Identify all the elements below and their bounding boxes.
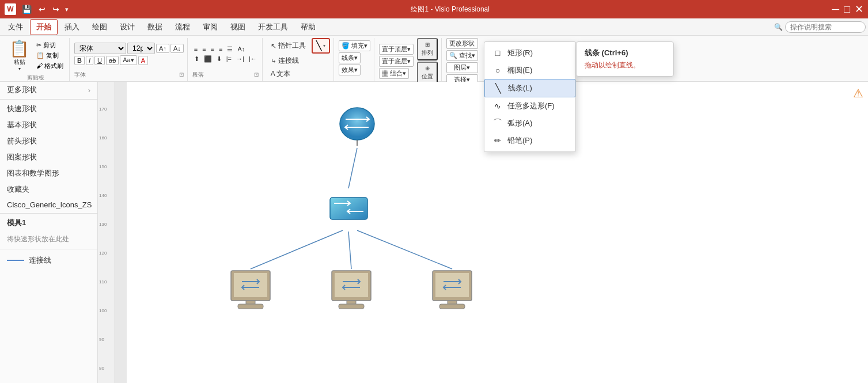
- cut-button[interactable]: ✂ 剪切: [34, 40, 66, 50]
- font-scale-button[interactable]: A↕: [236, 45, 247, 53]
- sidebar-item-quick-shapes[interactable]: 快速形状: [0, 101, 97, 117]
- redo-button[interactable]: ↪: [51, 5, 60, 14]
- align-middle-button[interactable]: ⬛: [202, 55, 214, 63]
- sidebar-item-cisco[interactable]: Cisco_Generic_Icons_ZS: [0, 198, 97, 212]
- shape-line-icon: ╲: [316, 40, 322, 51]
- svg-text:150: 150: [99, 164, 107, 169]
- font-expand-icon[interactable]: ⊡: [179, 71, 184, 78]
- qat-arrow[interactable]: ▾: [65, 6, 69, 13]
- shape-ellipse-item[interactable]: ○ 椭圆(E): [484, 62, 575, 79]
- layer-button[interactable]: 图层▾: [446, 62, 478, 73]
- effect-button[interactable]: 效果▾: [339, 65, 361, 75]
- menu-item-help[interactable]: 帮助: [295, 20, 321, 35]
- bold-button[interactable]: B: [74, 56, 85, 65]
- shape-freeform-item[interactable]: ∿ 任意多边形(F): [484, 97, 575, 115]
- menu-item-draw[interactable]: 绘图: [86, 20, 113, 35]
- sidebar-item-basic-shapes[interactable]: 基本形状: [0, 117, 97, 133]
- arrange-icon: ⊞: [425, 41, 430, 48]
- menu-item-insert[interactable]: 插入: [59, 20, 85, 35]
- align-v-button[interactable]: |=: [225, 55, 233, 63]
- sidebar-item-favorites[interactable]: 收藏夹: [0, 181, 97, 198]
- shape-pc2[interactable]: [325, 266, 377, 318]
- undo-button[interactable]: ↩: [37, 5, 47, 14]
- shape-rect-item[interactable]: □ 矩形(R): [484, 44, 575, 62]
- shape-pc3[interactable]: [426, 266, 478, 318]
- font-group: 宋体 12pt A↑ A↓ B I U ab Aa▾ A: [71, 38, 188, 81]
- connector-tool-button[interactable]: ⤷ 连接线: [267, 55, 302, 67]
- find-button[interactable]: 🔍 查找▾: [446, 50, 478, 61]
- font-color-button[interactable]: A: [138, 56, 148, 65]
- pc3-svg: [428, 268, 477, 317]
- menu-item-process[interactable]: 流程: [169, 20, 196, 35]
- menu-item-data[interactable]: 数据: [142, 20, 168, 35]
- font-grow-button[interactable]: A↑: [156, 44, 169, 53]
- position-button[interactable]: ⊕ 位置: [417, 62, 438, 84]
- menu-item-home[interactable]: 开始: [30, 19, 58, 35]
- align-left-button[interactable]: ≡: [192, 45, 199, 53]
- canvas-area[interactable]: 170 160 150 140 130 120 110 100 90 80 70…: [98, 82, 868, 383]
- sidebar-item-pattern-shapes[interactable]: 图案形状: [0, 149, 97, 165]
- tooltip-description: 拖动以绘制直线。: [585, 60, 665, 70]
- sidebar-item-chart-shapes[interactable]: 图表和数学图形: [0, 165, 97, 181]
- align-bottom-button[interactable]: ⬇: [215, 55, 223, 63]
- maximize-button[interactable]: □: [844, 3, 850, 16]
- arrange-button[interactable]: ⊞ 排列: [417, 38, 438, 60]
- copy-button[interactable]: 📋 复制: [34, 51, 66, 60]
- svg-rect-28: [435, 273, 469, 297]
- menu-item-design[interactable]: 设计: [114, 20, 141, 35]
- position-label: 位置: [422, 73, 433, 81]
- shape-router[interactable]: [334, 105, 380, 151]
- shape-dropdown-button[interactable]: ╲ ▾: [312, 38, 330, 54]
- font-case-button[interactable]: Aa▾: [120, 55, 137, 65]
- indent-decrease-button[interactable]: |←: [247, 55, 259, 63]
- minimize-button[interactable]: ─: [832, 3, 839, 16]
- change-shape-button[interactable]: 更改形状: [446, 38, 478, 49]
- search-input[interactable]: [785, 21, 866, 33]
- menu-item-view[interactable]: 视图: [225, 20, 251, 35]
- close-button[interactable]: ✕: [855, 3, 863, 16]
- menu-item-file[interactable]: 文件: [2, 20, 29, 35]
- underline-button[interactable]: U: [94, 56, 105, 65]
- top-layer-button[interactable]: 置于顶层▾: [379, 44, 414, 55]
- save-button[interactable]: 💾: [21, 5, 33, 14]
- svg-rect-18: [330, 198, 367, 219]
- line-icon: ╲: [493, 83, 503, 93]
- line-style-button[interactable]: 线条▾: [339, 52, 361, 63]
- bottom-layer-button[interactable]: 置于底层▾: [379, 56, 414, 67]
- shape-switch[interactable]: [325, 185, 372, 232]
- pointer-tool-button[interactable]: ↖ 指针工具: [267, 40, 309, 52]
- font-size-select[interactable]: 12pt: [127, 43, 155, 54]
- sidebar-item-more-shapes[interactable]: 更多形状: [0, 82, 97, 98]
- indent-increase-button[interactable]: →|: [234, 55, 246, 63]
- text-tool-button[interactable]: A 文本: [267, 68, 294, 80]
- shape-pc1[interactable]: [225, 266, 276, 318]
- menu-item-review[interactable]: 审阅: [197, 20, 223, 35]
- group-button[interactable]: ▦ 组合▾: [379, 68, 409, 79]
- sidebar-item-arrow-shapes[interactable]: 箭头形状: [0, 133, 97, 149]
- format-copy-button[interactable]: 🖌 格式刷: [34, 61, 66, 71]
- shape-pencil-item[interactable]: ✏ 铅笔(P): [484, 132, 575, 149]
- shape-arc-item[interactable]: ⌒ 弧形(A): [484, 115, 575, 132]
- connector-text: 连接线: [29, 255, 51, 266]
- font-family-select[interactable]: 宋体: [74, 43, 126, 54]
- shape-dropdown-menu: □ 矩形(R) ○ 椭圆(E) ╲ 线条(L) ∿ 任意多边形(F) ⌒ 弧形(…: [484, 41, 576, 152]
- align-top-button[interactable]: ⬆: [192, 55, 201, 63]
- shape-line-item[interactable]: ╲ 线条(L): [484, 79, 575, 97]
- tools-group: ↖ 指针工具 ╲ ▾ ⤷ 连接线: [264, 38, 334, 81]
- sidebar: 更多形状 快速形状 基本形状 箭头形状 图案形状 图表和数学图形 收藏夹 Cis…: [0, 82, 98, 383]
- svg-text:160: 160: [99, 135, 107, 141]
- paragraph-label: 段落: [192, 71, 204, 79]
- strikethrough-button[interactable]: ab: [106, 56, 119, 65]
- fill-button[interactable]: 🪣 填充▾: [339, 40, 370, 51]
- paragraph-expand-icon[interactable]: ⊡: [254, 71, 259, 78]
- italic-button[interactable]: I: [86, 56, 93, 65]
- sidebar-item-stencil1[interactable]: 模具1: [0, 215, 97, 231]
- align-right-button[interactable]: ≡: [209, 45, 216, 53]
- font-shrink-button[interactable]: A↓: [170, 44, 184, 53]
- paste-button[interactable]: 📋 粘贴 ▾: [6, 38, 33, 73]
- align-center-button[interactable]: ≡: [200, 45, 207, 53]
- menu-item-dev[interactable]: 开发工具: [252, 20, 294, 35]
- align-justify-button[interactable]: ≡: [217, 45, 224, 53]
- pencil-icon: ✏: [492, 135, 503, 146]
- list-button[interactable]: ☰: [225, 45, 234, 54]
